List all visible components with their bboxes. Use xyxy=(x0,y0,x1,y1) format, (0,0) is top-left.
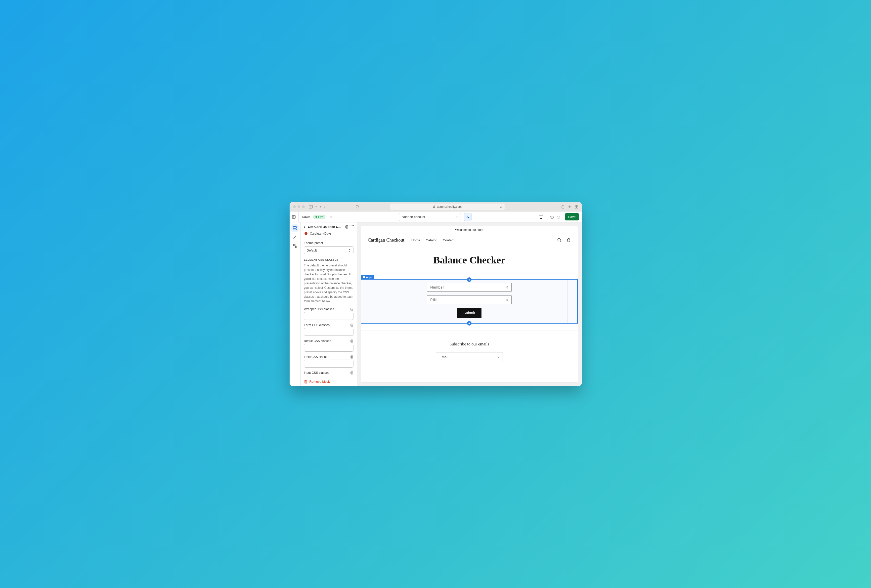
svg-point-38 xyxy=(558,239,560,241)
wrapper-css-field: Wrapper CSS classes xyxy=(304,307,353,320)
svg-rect-40 xyxy=(363,276,364,277)
pin-stepper-icon[interactable]: ▲▼ xyxy=(506,298,508,302)
cart-icon[interactable] xyxy=(567,238,571,242)
svg-rect-41 xyxy=(364,276,365,277)
form-css-input[interactable] xyxy=(304,328,353,336)
svg-rect-11 xyxy=(292,215,295,218)
svg-rect-17 xyxy=(540,218,542,219)
database-icon[interactable] xyxy=(350,308,353,311)
sidebar-body: Theme preset Default ELEMENT CSS CLASSES… xyxy=(301,238,357,377)
database-icon[interactable] xyxy=(350,371,353,374)
svg-point-22 xyxy=(346,225,348,226)
wrapper-css-input[interactable] xyxy=(304,312,353,320)
nav-contact[interactable]: Contact xyxy=(443,238,454,242)
nav-home[interactable]: Home xyxy=(412,238,421,242)
theme-preset-label: Theme preset xyxy=(304,241,353,245)
add-section-below-button[interactable]: + xyxy=(467,321,471,326)
svg-point-28 xyxy=(350,308,353,309)
traffic-lights xyxy=(293,205,305,208)
reload-icon[interactable] xyxy=(500,205,503,208)
chevron-down-icon[interactable] xyxy=(315,205,317,208)
forward-icon[interactable] xyxy=(323,205,326,208)
number-stepper-icon[interactable]: ▲▼ xyxy=(506,285,508,289)
svg-point-25 xyxy=(353,225,354,226)
database-icon[interactable] xyxy=(350,340,353,343)
database-icon[interactable] xyxy=(345,225,349,229)
share-icon[interactable] xyxy=(561,205,564,208)
balance-checker-form: Number ▲▼ PIN ▲▼ Submit xyxy=(371,280,568,323)
nav-catalog[interactable]: Catalog xyxy=(426,238,437,242)
inspector-toggle-button[interactable] xyxy=(464,213,472,221)
submit-arrow-icon[interactable] xyxy=(495,356,499,359)
submit-button[interactable]: Submit xyxy=(457,308,482,318)
apps-rail-icon[interactable] xyxy=(291,242,299,250)
tabs-icon[interactable] xyxy=(575,205,578,208)
save-button[interactable]: Save xyxy=(565,213,579,220)
new-tab-icon[interactable] xyxy=(568,205,571,208)
svg-marker-27 xyxy=(349,251,350,252)
subscribe-section: Subscribe to our emails Email xyxy=(361,331,578,370)
sidebar-toggle-icon[interactable] xyxy=(309,205,313,208)
back-button[interactable] xyxy=(303,225,306,229)
redo-button[interactable] xyxy=(557,215,561,219)
svg-rect-21 xyxy=(295,246,296,248)
page-selector[interactable]: balance-checker xyxy=(399,213,461,221)
live-badge: Live xyxy=(313,215,325,219)
preview-canvas-wrap: Welcome to our store Cardigan Checkout H… xyxy=(357,223,582,386)
svg-rect-18 xyxy=(293,227,296,228)
store-nav: Home Catalog Contact xyxy=(412,238,454,242)
app-topbar: Dawn Live balance-checker xyxy=(290,211,582,223)
result-css-field: Result CSS classes xyxy=(304,339,353,352)
back-icon[interactable] xyxy=(319,205,322,208)
url-bar[interactable]: admin.shopify.com xyxy=(390,203,504,210)
left-rail xyxy=(290,223,301,386)
minimize-dot[interactable] xyxy=(298,205,300,208)
theme-preset-select[interactable]: Default xyxy=(304,246,353,254)
close-dot[interactable] xyxy=(293,205,296,208)
announcement-bar: Welcome to our store xyxy=(361,226,578,234)
sections-rail-icon[interactable] xyxy=(291,224,299,232)
search-icon[interactable] xyxy=(557,238,561,242)
svg-rect-43 xyxy=(364,277,365,278)
pin-input[interactable]: PIN ▲▼ xyxy=(427,295,512,304)
form-css-label: Form CSS classes xyxy=(304,323,330,327)
input-css-label: Input CSS classes xyxy=(304,371,329,374)
select-arrows-icon xyxy=(348,249,351,252)
apps-block[interactable]: Apps + + Number ▲▼ PIN ▲▼ xyxy=(361,279,578,323)
svg-point-12 xyxy=(330,217,331,217)
block-resize-handle[interactable] xyxy=(577,280,578,323)
result-css-input[interactable] xyxy=(304,344,353,352)
field-css-input[interactable] xyxy=(304,360,353,368)
remove-block-button[interactable]: Remove block xyxy=(301,377,357,386)
email-signup-input[interactable]: Email xyxy=(436,352,503,362)
theme-settings-rail-icon[interactable] xyxy=(291,233,299,241)
zoom-dot[interactable] xyxy=(302,205,305,208)
privacy-icon[interactable] xyxy=(355,205,359,208)
svg-point-24 xyxy=(352,225,352,226)
field-css-label: Field CSS classes xyxy=(304,355,329,359)
email-placeholder: Email xyxy=(440,355,448,359)
app-name: Cardigan (Dev) xyxy=(310,232,331,235)
svg-rect-2 xyxy=(433,206,435,208)
svg-point-29 xyxy=(350,323,353,325)
svg-point-14 xyxy=(332,217,333,217)
pin-placeholder: PIN xyxy=(430,298,437,302)
more-actions-icon[interactable] xyxy=(350,225,354,229)
svg-point-23 xyxy=(350,225,351,226)
number-input[interactable]: Number ▲▼ xyxy=(427,283,512,292)
undo-button[interactable] xyxy=(550,215,554,219)
wrapper-css-label: Wrapper CSS classes xyxy=(304,307,334,311)
page-heading: Balance Checker xyxy=(433,254,505,266)
lock-icon xyxy=(433,205,436,208)
apps-block-tag: Apps xyxy=(361,275,374,279)
viewport-desktop-icon[interactable] xyxy=(539,215,543,219)
exit-editor-button[interactable] xyxy=(290,211,299,223)
add-section-above-button[interactable]: + xyxy=(467,277,471,282)
svg-point-30 xyxy=(350,340,353,341)
store-name: Cardigan Checkout xyxy=(368,237,404,243)
app-attribution[interactable]: Cardigan (Dev) xyxy=(301,230,357,238)
cardigan-app-icon xyxy=(304,232,308,236)
database-icon[interactable] xyxy=(350,355,353,359)
theme-actions-icon[interactable] xyxy=(328,217,335,217)
database-icon[interactable] xyxy=(350,323,353,327)
